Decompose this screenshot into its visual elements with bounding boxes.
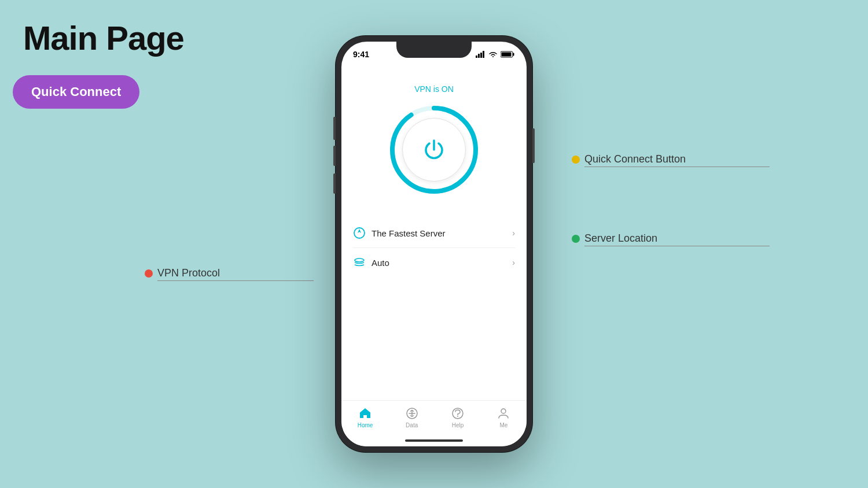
- quick-connect-annotation: Quick Connect Button: [572, 153, 770, 167]
- page-title: Main Page: [23, 19, 184, 57]
- notch: [396, 42, 472, 58]
- svg-rect-5: [513, 53, 514, 56]
- quick-connect-annotation-line: [584, 167, 770, 167]
- quick-connect-annotation-label: Quick Connect Button: [584, 153, 686, 165]
- svg-point-10: [355, 258, 364, 262]
- server-location-label: Server Location: [584, 232, 657, 245]
- vpn-protocol-dot: [145, 269, 153, 278]
- help-icon: [451, 406, 465, 420]
- server-name: The Fastest Server: [372, 228, 506, 238]
- help-label: Help: [452, 422, 464, 428]
- nav-me[interactable]: Me: [496, 406, 510, 428]
- power-button[interactable]: [402, 118, 466, 182]
- vpn-protocol-line: [157, 280, 314, 281]
- server-location-dot: [572, 235, 580, 243]
- vpn-status: VPN is ON: [414, 84, 454, 94]
- server-location-annotation: Server Location: [572, 232, 770, 246]
- data-icon: [405, 406, 419, 420]
- vpn-protocol-annotation: VPN Protocol: [145, 267, 314, 281]
- me-icon: [496, 406, 510, 420]
- status-time: 9:41: [353, 50, 369, 59]
- server-rows: The Fastest Server › Auto ›: [341, 219, 527, 277]
- nav-help[interactable]: Help: [451, 406, 465, 428]
- phone-mockup: 9:41: [336, 36, 532, 452]
- vol-up-button: [333, 146, 336, 166]
- home-icon: [358, 406, 372, 420]
- phone-content: VPN is ON: [341, 67, 527, 400]
- server-location-annotation-line: [584, 246, 770, 246]
- svg-point-13: [457, 416, 458, 417]
- quick-connect-dot: [572, 156, 580, 164]
- phone-outer: 9:41: [336, 36, 532, 452]
- vol-down-button: [333, 173, 336, 194]
- protocol-chevron-icon: ›: [512, 258, 515, 267]
- vpn-protocol-label: VPN Protocol: [157, 267, 220, 279]
- battery-icon: [501, 51, 515, 58]
- svg-rect-6: [502, 53, 512, 57]
- svg-rect-2: [480, 53, 482, 58]
- data-label: Data: [406, 422, 418, 428]
- me-label: Me: [499, 422, 507, 428]
- svg-rect-0: [476, 56, 477, 58]
- nav-data[interactable]: Data: [405, 406, 419, 428]
- protocol-icon: [353, 256, 366, 269]
- power-arc-container: [388, 104, 480, 195]
- fastest-server-icon: [353, 227, 366, 239]
- server-chevron-icon: ›: [512, 228, 515, 238]
- home-label: Home: [358, 422, 373, 428]
- protocol-row[interactable]: Auto ›: [353, 248, 515, 277]
- status-icons: [476, 51, 515, 58]
- nav-home[interactable]: Home: [358, 406, 373, 428]
- wifi-icon: [488, 51, 498, 58]
- phone-screen: 9:41: [341, 42, 527, 446]
- svg-rect-1: [478, 54, 480, 58]
- power-icon: [420, 136, 448, 164]
- home-indicator: [405, 439, 463, 442]
- protocol-name: Auto: [372, 258, 506, 268]
- signal-icon: [476, 51, 486, 58]
- quick-connect-button[interactable]: Quick Connect: [13, 75, 139, 109]
- svg-rect-3: [483, 51, 484, 58]
- svg-point-14: [501, 409, 506, 413]
- server-location-row[interactable]: The Fastest Server ›: [353, 219, 515, 248]
